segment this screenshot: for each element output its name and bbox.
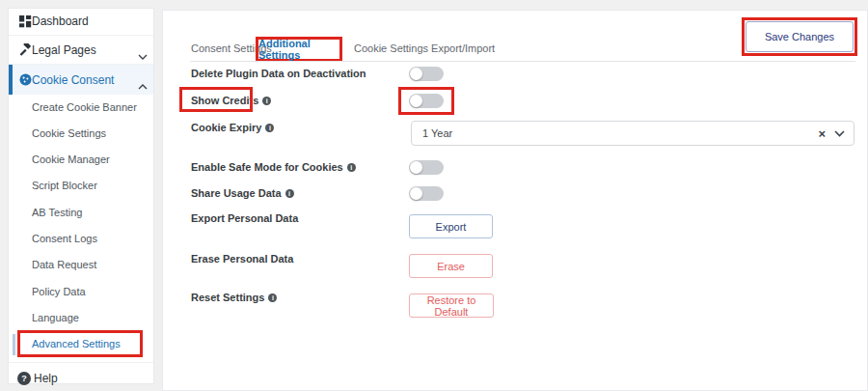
- info-icon: i: [285, 189, 294, 198]
- setting-label-safe-mode: Enable Safe Mode for Cookiesi: [191, 160, 356, 174]
- toggle-safe-mode[interactable]: [409, 160, 444, 175]
- setting-label-export-personal-data: Export Personal Data: [191, 211, 298, 225]
- save-changes-button[interactable]: Save Changes: [746, 21, 854, 52]
- toggle-share-usage-data[interactable]: [409, 186, 444, 201]
- sidebar-item-advanced-settings[interactable]: Advanced Settings: [9, 331, 153, 357]
- chevron-down-icon: [138, 46, 148, 64]
- sidebar-item-label: Legal Pages: [32, 43, 96, 57]
- sidebar-item-label: Dashboard: [32, 14, 89, 28]
- setting-label-delete-plugin-data: Delete Plugin Data on Deactivation: [191, 67, 366, 80]
- info-icon: i: [262, 97, 271, 105]
- annotation-box-additional-settings-tab: Additional Settings: [256, 37, 342, 62]
- app-root: Dashboard Legal Pages Cookie Consent Cre…: [0, 0, 868, 391]
- setting-label-cookie-expiry: Cookie Expiryi: [191, 121, 274, 134]
- toggle-knob: [410, 68, 422, 80]
- gavel-icon: [18, 43, 32, 57]
- setting-label-share-usage-data: Share Usage Datai: [191, 186, 294, 200]
- sidebar-item-cookie-manager[interactable]: Cookie Manager: [9, 147, 153, 173]
- info-icon: i: [265, 124, 274, 132]
- sidebar-item-language[interactable]: Language: [9, 305, 153, 331]
- chevron-down-icon[interactable]: [834, 130, 854, 137]
- tab-cookie-settings-export-import[interactable]: Cookie Settings Export/Import: [354, 42, 495, 55]
- restore-to-default-button[interactable]: Restore to Default: [409, 293, 494, 318]
- info-icon: i: [268, 293, 277, 302]
- toggle-knob: [410, 161, 422, 174]
- sidebar-item-label: Cookie Consent: [32, 73, 114, 87]
- sidebar-item-create-cookie-banner[interactable]: Create Cookie Banner: [9, 95, 153, 121]
- setting-label-show-credits: Show Creditsi: [191, 94, 271, 107]
- dashboard-grid-icon: [18, 14, 32, 28]
- toggle-knob: [410, 95, 422, 107]
- sidebar-item-cookie-settings[interactable]: Cookie Settings: [9, 121, 153, 147]
- toggle-show-credits[interactable]: [409, 94, 444, 108]
- info-icon: i: [347, 163, 356, 172]
- sidebar-item-script-blocker[interactable]: Script Blocker: [9, 173, 153, 199]
- sidebar-item-policy-data[interactable]: Policy Data: [9, 279, 153, 305]
- toggle-delete-plugin-data[interactable]: [409, 67, 444, 81]
- sidebar-item-consent-logs[interactable]: Consent Logs: [9, 226, 153, 252]
- sidebar-item-data-request[interactable]: Data Request: [9, 252, 153, 278]
- setting-label-erase-personal-data: Erase Personal Data: [191, 252, 293, 265]
- chevron-up-icon: [138, 76, 148, 94]
- sidebar: Dashboard Legal Pages Cookie Consent Cre…: [8, 8, 154, 384]
- erase-button[interactable]: Erase: [409, 254, 493, 278]
- sidebar-item-ab-testing[interactable]: AB Testing: [9, 200, 153, 226]
- sidebar-item-cookie-consent[interactable]: Cookie Consent: [9, 65, 153, 95]
- sidebar-item-dashboard[interactable]: Dashboard: [9, 9, 153, 34]
- clear-selection-icon[interactable]: ×: [809, 126, 834, 141]
- sidebar-item-legal-pages[interactable]: Legal Pages: [9, 36, 153, 64]
- cookie-expiry-value: 1 Year: [412, 127, 809, 139]
- setting-label-reset-settings: Reset Settingsi: [191, 291, 277, 304]
- export-button[interactable]: Export: [409, 214, 493, 238]
- toggle-knob: [410, 187, 422, 200]
- sidebar-item-label: Help: [34, 372, 58, 385]
- sidebar-item-help[interactable]: ? Help: [9, 363, 153, 391]
- help-icon: ?: [17, 372, 31, 385]
- tab-additional-settings[interactable]: Additional Settings: [258, 38, 339, 61]
- cookie-icon: [18, 73, 32, 87]
- cookie-expiry-select[interactable]: 1 Year ×: [411, 121, 854, 146]
- tabs-divider: [190, 61, 855, 62]
- settings-panel: Consent Settings Additional Settings Coo…: [162, 10, 868, 391]
